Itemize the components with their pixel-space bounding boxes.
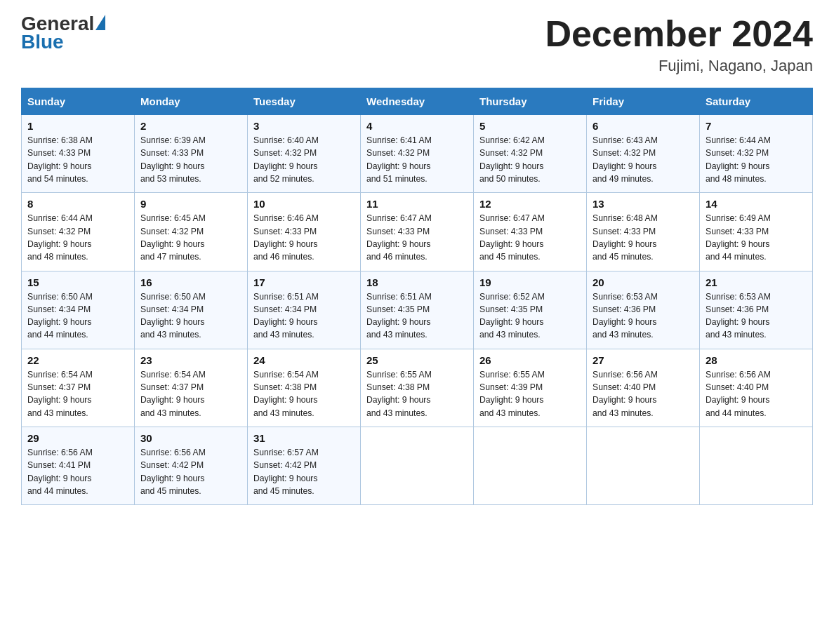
day-info: Sunrise: 6:56 AMSunset: 4:41 PMDaylight:…	[27, 448, 93, 496]
calendar-cell: 12 Sunrise: 6:47 AMSunset: 4:33 PMDaylig…	[474, 193, 587, 271]
day-number: 23	[140, 354, 241, 366]
calendar-cell: 9 Sunrise: 6:45 AMSunset: 4:32 PMDayligh…	[135, 193, 248, 271]
calendar-cell: 15 Sunrise: 6:50 AMSunset: 4:34 PMDaylig…	[22, 271, 135, 349]
day-number: 25	[366, 354, 468, 366]
calendar-cell: 6 Sunrise: 6:43 AMSunset: 4:32 PMDayligh…	[587, 115, 700, 193]
calendar-cell: 21 Sunrise: 6:53 AMSunset: 4:36 PMDaylig…	[700, 271, 813, 349]
calendar-week-row: 1 Sunrise: 6:38 AMSunset: 4:33 PMDayligh…	[22, 115, 813, 193]
calendar-cell: 7 Sunrise: 6:44 AMSunset: 4:32 PMDayligh…	[700, 115, 813, 193]
calendar-cell: 4 Sunrise: 6:41 AMSunset: 4:32 PMDayligh…	[361, 115, 474, 193]
calendar-cell: 13 Sunrise: 6:48 AMSunset: 4:33 PMDaylig…	[587, 193, 700, 271]
day-number: 17	[253, 276, 355, 288]
day-number: 15	[27, 276, 128, 288]
day-info: Sunrise: 6:55 AMSunset: 4:38 PMDaylight:…	[366, 370, 432, 418]
day-info: Sunrise: 6:41 AMSunset: 4:32 PMDaylight:…	[366, 135, 432, 184]
calendar-header-row: SundayMondayTuesdayWednesdayThursdayFrid…	[22, 88, 813, 115]
day-number: 29	[27, 432, 128, 444]
day-info: Sunrise: 6:56 AMSunset: 4:40 PMDaylight:…	[593, 370, 658, 418]
day-number: 5	[479, 120, 581, 132]
calendar-cell: 30 Sunrise: 6:56 AMSunset: 4:42 PMDaylig…	[135, 427, 248, 504]
day-info: Sunrise: 6:50 AMSunset: 4:34 PMDaylight:…	[27, 292, 93, 340]
day-number: 1	[27, 120, 128, 132]
day-number: 16	[140, 276, 241, 288]
weekday-header-friday: Friday	[587, 88, 700, 115]
day-number: 19	[479, 276, 581, 288]
calendar-cell: 23 Sunrise: 6:54 AMSunset: 4:37 PMDaylig…	[135, 349, 248, 427]
calendar-week-row: 22 Sunrise: 6:54 AMSunset: 4:37 PMDaylig…	[22, 349, 813, 427]
weekday-header-sunday: Sunday	[22, 88, 135, 115]
day-info: Sunrise: 6:56 AMSunset: 4:40 PMDaylight:…	[706, 370, 771, 418]
calendar-cell	[700, 427, 813, 504]
calendar-cell: 25 Sunrise: 6:55 AMSunset: 4:38 PMDaylig…	[361, 349, 474, 427]
day-info: Sunrise: 6:54 AMSunset: 4:37 PMDaylight:…	[140, 370, 206, 418]
day-info: Sunrise: 6:39 AMSunset: 4:33 PMDaylight:…	[140, 135, 206, 184]
day-info: Sunrise: 6:54 AMSunset: 4:38 PMDaylight:…	[253, 370, 319, 418]
calendar-cell: 22 Sunrise: 6:54 AMSunset: 4:37 PMDaylig…	[22, 349, 135, 427]
calendar-cell: 14 Sunrise: 6:49 AMSunset: 4:33 PMDaylig…	[700, 193, 813, 271]
day-number: 22	[27, 354, 128, 366]
calendar-cell: 24 Sunrise: 6:54 AMSunset: 4:38 PMDaylig…	[248, 349, 361, 427]
calendar-cell: 11 Sunrise: 6:47 AMSunset: 4:33 PMDaylig…	[361, 193, 474, 271]
day-number: 14	[706, 198, 807, 210]
calendar-cell	[361, 427, 474, 504]
day-number: 4	[366, 120, 468, 132]
calendar-week-row: 29 Sunrise: 6:56 AMSunset: 4:41 PMDaylig…	[22, 427, 813, 504]
day-number: 8	[27, 198, 128, 210]
calendar-cell: 27 Sunrise: 6:56 AMSunset: 4:40 PMDaylig…	[587, 349, 700, 427]
day-info: Sunrise: 6:55 AMSunset: 4:39 PMDaylight:…	[479, 370, 545, 418]
day-number: 10	[253, 198, 355, 210]
day-info: Sunrise: 6:45 AMSunset: 4:32 PMDaylight:…	[140, 213, 206, 262]
day-number: 2	[140, 120, 241, 132]
calendar-week-row: 8 Sunrise: 6:44 AMSunset: 4:32 PMDayligh…	[22, 193, 813, 271]
day-number: 11	[366, 198, 468, 210]
calendar-table: SundayMondayTuesdayWednesdayThursdayFrid…	[21, 88, 813, 505]
weekday-header-tuesday: Tuesday	[248, 88, 361, 115]
day-info: Sunrise: 6:47 AMSunset: 4:33 PMDaylight:…	[366, 213, 432, 262]
calendar-cell: 1 Sunrise: 6:38 AMSunset: 4:33 PMDayligh…	[22, 115, 135, 193]
weekday-header-thursday: Thursday	[474, 88, 587, 115]
calendar-cell: 17 Sunrise: 6:51 AMSunset: 4:34 PMDaylig…	[248, 271, 361, 349]
title-block: December 2024 Fujimi, Nagano, Japan	[545, 14, 813, 75]
calendar-cell: 28 Sunrise: 6:56 AMSunset: 4:40 PMDaylig…	[700, 349, 813, 427]
day-info: Sunrise: 6:43 AMSunset: 4:32 PMDaylight:…	[593, 135, 658, 184]
day-number: 7	[706, 120, 807, 132]
weekday-header-saturday: Saturday	[700, 88, 813, 115]
calendar-cell: 31 Sunrise: 6:57 AMSunset: 4:42 PMDaylig…	[248, 427, 361, 504]
calendar-cell: 10 Sunrise: 6:46 AMSunset: 4:33 PMDaylig…	[248, 193, 361, 271]
day-info: Sunrise: 6:53 AMSunset: 4:36 PMDaylight:…	[593, 292, 658, 340]
day-number: 18	[366, 276, 468, 288]
day-info: Sunrise: 6:57 AMSunset: 4:42 PMDaylight:…	[253, 448, 319, 496]
day-info: Sunrise: 6:48 AMSunset: 4:33 PMDaylight:…	[593, 213, 658, 262]
day-number: 13	[593, 198, 694, 210]
logo: General Blue	[21, 14, 105, 53]
day-info: Sunrise: 6:38 AMSunset: 4:33 PMDaylight:…	[27, 135, 93, 184]
logo-triangle-icon	[95, 15, 105, 30]
day-number: 28	[706, 354, 807, 366]
calendar-cell: 2 Sunrise: 6:39 AMSunset: 4:33 PMDayligh…	[135, 115, 248, 193]
day-number: 9	[140, 198, 241, 210]
calendar-cell: 5 Sunrise: 6:42 AMSunset: 4:32 PMDayligh…	[474, 115, 587, 193]
day-info: Sunrise: 6:50 AMSunset: 4:34 PMDaylight:…	[140, 292, 206, 340]
weekday-header-wednesday: Wednesday	[361, 88, 474, 115]
day-info: Sunrise: 6:51 AMSunset: 4:35 PMDaylight:…	[366, 292, 432, 340]
day-info: Sunrise: 6:51 AMSunset: 4:34 PMDaylight:…	[253, 292, 319, 340]
calendar-cell: 29 Sunrise: 6:56 AMSunset: 4:41 PMDaylig…	[22, 427, 135, 504]
day-info: Sunrise: 6:52 AMSunset: 4:35 PMDaylight:…	[479, 292, 545, 340]
day-number: 20	[593, 276, 694, 288]
day-info: Sunrise: 6:46 AMSunset: 4:33 PMDaylight:…	[253, 213, 319, 262]
calendar-cell: 8 Sunrise: 6:44 AMSunset: 4:32 PMDayligh…	[22, 193, 135, 271]
day-number: 24	[253, 354, 355, 366]
calendar-cell: 16 Sunrise: 6:50 AMSunset: 4:34 PMDaylig…	[135, 271, 248, 349]
day-number: 26	[479, 354, 581, 366]
location: Fujimi, Nagano, Japan	[545, 57, 813, 75]
calendar-cell: 3 Sunrise: 6:40 AMSunset: 4:32 PMDayligh…	[248, 115, 361, 193]
day-number: 12	[479, 198, 581, 210]
calendar-cell: 19 Sunrise: 6:52 AMSunset: 4:35 PMDaylig…	[474, 271, 587, 349]
day-info: Sunrise: 6:53 AMSunset: 4:36 PMDaylight:…	[706, 292, 771, 340]
day-number: 21	[706, 276, 807, 288]
day-number: 30	[140, 432, 241, 444]
day-number: 3	[253, 120, 355, 132]
month-title: December 2024	[545, 14, 813, 54]
day-number: 31	[253, 432, 355, 444]
calendar-cell	[474, 427, 587, 504]
